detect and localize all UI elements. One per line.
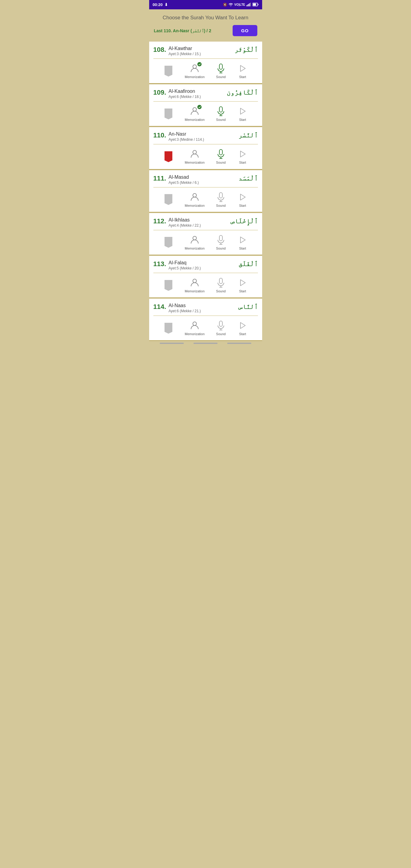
surah-number-1: 109. <box>153 89 166 96</box>
surah-divider-6 <box>153 315 258 316</box>
memorization-action-6[interactable]: Memorization <box>185 320 204 336</box>
bookmark-action-6[interactable] <box>163 323 174 334</box>
bookmark-icon-6 <box>164 323 172 334</box>
memorization-action-3[interactable]: Memorization <box>185 192 204 208</box>
last-surah-text: 110. An-Nasr (ٱلنَّصْر) / 2 <box>164 28 211 33</box>
scrollbar-1 <box>160 343 184 344</box>
surah-name-latin-6: Al-Naas <box>168 303 201 308</box>
sound-action-2[interactable]: Sound <box>216 149 226 164</box>
surah-name-arabic-4: ٱلْإِخْلَاص <box>230 217 258 225</box>
play-icon-1 <box>239 107 247 115</box>
play-icon-4 <box>239 236 247 244</box>
memorization-action-0[interactable]: Memorization <box>185 63 204 79</box>
start-action-2[interactable]: Start <box>237 149 248 164</box>
svg-marker-8 <box>164 66 172 76</box>
last-bar: Last 110. An-Nasr (ٱلنَّصْر) / 2 GO <box>153 25 258 36</box>
bookmark-icon-0 <box>164 66 172 76</box>
sound-action-0[interactable]: Sound <box>216 63 226 79</box>
bookmark-action-4[interactable] <box>163 237 174 248</box>
bookmark-icon-3 <box>164 194 172 205</box>
sound-label-1: Sound <box>216 118 226 122</box>
person-icon-4 <box>190 236 199 244</box>
mic-icon-2 <box>217 149 225 159</box>
start-label-0: Start <box>239 75 246 79</box>
svg-rect-0 <box>247 5 247 6</box>
surah-number-2: 110. <box>153 131 166 139</box>
svg-rect-2 <box>248 4 249 6</box>
status-right: 🔇 VO)LTE <box>223 3 258 7</box>
surah-item: 112. Al-Ikhlaas Ayet:4 (Mekke / 22.) ٱلْ… <box>149 213 262 255</box>
bookmark-action-5[interactable] <box>163 280 174 291</box>
play-icon-3 <box>239 193 247 201</box>
memorization-action-2[interactable]: Memorization <box>185 149 204 164</box>
start-label-1: Start <box>239 118 246 122</box>
surah-header-5: 113. Al-Falaq Ayet:5 (Mekke / 20.) ٱلْفَ… <box>153 260 258 270</box>
play-icon-2 <box>239 150 247 158</box>
svg-rect-22 <box>219 150 222 155</box>
svg-rect-4 <box>250 3 251 6</box>
start-label-5: Start <box>239 289 246 293</box>
start-action-0[interactable]: Start <box>237 63 248 79</box>
go-button[interactable]: GO <box>232 25 257 36</box>
memorization-label-5: Memorization <box>185 289 204 293</box>
surah-item: 113. Al-Falaq Ayet:5 (Mekke / 20.) ٱلْفَ… <box>149 256 262 298</box>
memorization-action-1[interactable]: Memorization <box>185 106 204 122</box>
status-bar: 00:20 ⬇ 🔇 VO)LTE <box>149 0 262 9</box>
surah-name-latin-1: Al-Kaafiroon <box>168 89 201 94</box>
start-action-3[interactable]: Start <box>237 192 248 208</box>
mic-icon-0 <box>217 63 225 73</box>
sound-label-5: Sound <box>216 289 226 293</box>
start-action-5[interactable]: Start <box>237 277 248 293</box>
surah-name-latin-2: An-Nasr <box>168 131 204 137</box>
mic-icon-3 <box>217 192 225 202</box>
sound-action-5[interactable]: Sound <box>216 277 226 293</box>
bookmark-action-3[interactable] <box>163 194 174 205</box>
surah-header-2: 110. An-Nasr Ayet:3 (Medine / 114.) ٱلنَ… <box>153 131 258 142</box>
bookmark-icon-2 <box>164 151 172 162</box>
surah-header-0: 108. Al-Kawthar Ayet:3 (Mekke / 15.) ٱلْ… <box>153 46 258 56</box>
sound-action-4[interactable]: Sound <box>216 235 226 250</box>
start-action-6[interactable]: Start <box>237 320 248 336</box>
mic-icon-6 <box>217 320 225 331</box>
surah-name-latin-5: Al-Falaq <box>168 260 201 266</box>
svg-rect-28 <box>219 193 222 198</box>
surah-header-1: 109. Al-Kaafiroon Ayet:6 (Mekke / 18.) ٱ… <box>153 89 258 99</box>
person-icon-3 <box>190 193 199 201</box>
svg-marker-19 <box>241 108 245 114</box>
last-label: Last <box>154 28 163 33</box>
surah-name-arabic-0: ٱلْكَوْثَر <box>234 46 258 54</box>
surah-divider-3 <box>153 187 258 187</box>
svg-rect-6 <box>258 4 258 5</box>
last-text: Last 110. An-Nasr (ٱلنَّصْر) / 2 <box>154 28 211 33</box>
play-icon-6 <box>239 321 247 330</box>
mic-icon-1 <box>217 106 225 116</box>
surah-actions-2: Memorization Sound <box>153 147 258 166</box>
memorization-label-3: Memorization <box>185 204 204 208</box>
surah-header-3: 111. Al-Masad Ayet:5 (Mekke / 6.) ٱلْمَس… <box>153 175 258 185</box>
bookmark-action-2[interactable] <box>163 151 174 162</box>
svg-marker-37 <box>241 237 245 243</box>
sound-action-6[interactable]: Sound <box>216 320 226 336</box>
svg-point-21 <box>193 150 196 154</box>
sound-action-3[interactable]: Sound <box>216 192 226 208</box>
start-action-4[interactable]: Start <box>237 235 248 250</box>
memorization-action-5[interactable]: Memorization <box>185 277 204 293</box>
surah-details-1: Ayet:6 (Mekke / 18.) <box>168 95 201 99</box>
start-label-4: Start <box>239 247 246 250</box>
svg-marker-38 <box>164 280 172 291</box>
bookmark-action-0[interactable] <box>163 66 174 76</box>
sound-label-6: Sound <box>216 332 226 336</box>
lte-icon: VO)LTE <box>234 3 245 6</box>
surah-actions-4: Memorization Sound <box>153 233 258 252</box>
surah-actions-6: Memorization Sound <box>153 319 258 337</box>
svg-marker-13 <box>241 65 245 71</box>
memorization-action-4[interactable]: Memorization <box>185 235 204 250</box>
svg-marker-49 <box>241 322 245 329</box>
bookmark-action-1[interactable] <box>163 108 174 119</box>
bookmark-icon-4 <box>164 237 172 248</box>
sound-action-1[interactable]: Sound <box>216 106 226 122</box>
svg-rect-34 <box>219 236 222 241</box>
start-action-1[interactable]: Start <box>237 106 248 122</box>
download-icon: ⬇ <box>164 2 168 7</box>
svg-marker-31 <box>241 194 245 200</box>
